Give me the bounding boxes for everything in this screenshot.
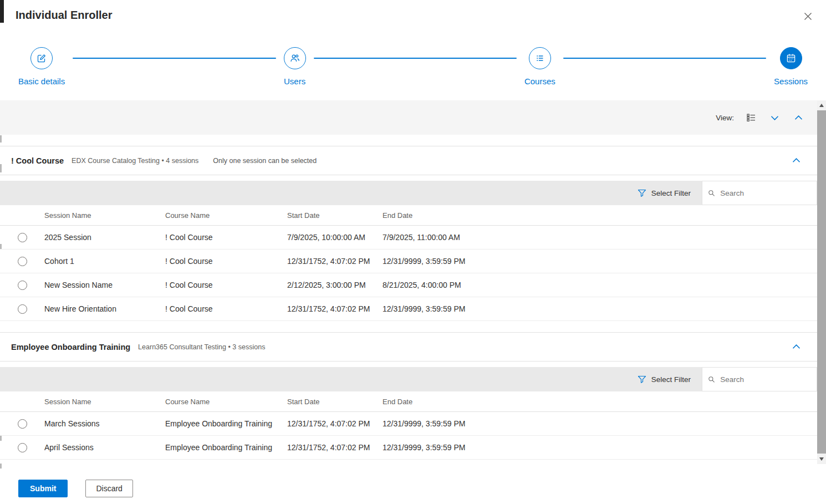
session-name-cell: March Sessions xyxy=(44,419,165,428)
submit-button[interactable]: Submit xyxy=(18,480,68,497)
calendar-icon xyxy=(786,53,797,64)
start-date-cell: 12/31/1752, 4:07:02 PM xyxy=(287,419,383,428)
search-box xyxy=(702,181,817,205)
users-icon xyxy=(289,53,300,64)
search-box xyxy=(702,367,817,391)
course-name-cell: ! Cool Course xyxy=(165,304,287,313)
session-name-cell: Cohort 1 xyxy=(44,257,165,266)
chevron-up-icon[interactable] xyxy=(792,111,805,124)
course-note: Only one session can be selected xyxy=(213,157,317,165)
search-input[interactable] xyxy=(720,375,811,384)
content-area: View: ! Cool Course EDX Cours xyxy=(0,100,826,464)
column-header-course-name: Course Name xyxy=(165,211,287,220)
table-row[interactable]: 2025 Session ! Cool Course 7/9/2025, 10:… xyxy=(0,226,817,250)
course-name-cell: ! Cool Course xyxy=(165,281,287,289)
vertical-scrollbar[interactable] xyxy=(817,100,826,464)
select-filter-label: Select Filter xyxy=(651,189,691,197)
end-date-cell: 12/31/9999, 3:59:59 PM xyxy=(383,419,817,428)
session-radio[interactable] xyxy=(18,443,27,452)
chevron-down-glyph xyxy=(769,113,780,123)
view-label: View: xyxy=(716,114,734,122)
step-circle xyxy=(529,47,551,69)
list-view-icon[interactable] xyxy=(745,111,757,124)
scrollbar-thumb[interactable] xyxy=(817,110,826,454)
table-row[interactable]: New Hire Orientation ! Cool Course 12/31… xyxy=(0,297,817,321)
triangle-down-icon xyxy=(819,457,824,461)
page-edge-artifact xyxy=(0,244,2,249)
search-icon xyxy=(708,375,715,384)
scrollbar-down-arrow[interactable] xyxy=(817,455,826,464)
step-sessions[interactable]: Sessions xyxy=(774,47,808,86)
triangle-up-icon xyxy=(819,104,824,107)
start-date-cell: 12/31/1752, 4:07:02 PM xyxy=(287,443,383,452)
column-header-start-date: Start Date xyxy=(287,398,383,406)
filter-funnel-icon xyxy=(638,189,646,197)
step-circle xyxy=(284,47,306,69)
course-title: ! Cool Course xyxy=(11,156,64,165)
step-circle xyxy=(780,47,802,69)
chevron-up-glyph xyxy=(793,113,804,123)
table-row[interactable]: April Sessions Employee Onboarding Train… xyxy=(0,436,817,460)
session-radio[interactable] xyxy=(18,281,27,290)
filter-bar: Select Filter xyxy=(0,367,817,391)
session-name-cell: 2025 Session xyxy=(44,233,165,242)
start-date-cell: 7/9/2025, 10:00:00 AM xyxy=(287,233,383,242)
end-date-cell: 7/9/2025, 11:00:00 AM xyxy=(383,233,817,242)
end-date-cell: 12/31/9999, 3:59:59 PM xyxy=(383,257,817,266)
page-edge-artifact xyxy=(0,135,2,142)
search-input[interactable] xyxy=(720,189,811,197)
end-date-cell: 8/21/2025, 4:00:00 PM xyxy=(383,281,817,289)
stepper-connector xyxy=(563,58,766,59)
step-label: Basic details xyxy=(18,77,65,86)
view-toolbar: View: xyxy=(0,100,817,135)
course-name-cell: ! Cool Course xyxy=(165,257,287,266)
step-basic-details[interactable]: Basic details xyxy=(18,47,65,86)
dialog-footer: Submit Discard xyxy=(0,472,826,504)
collapse-section-button[interactable] xyxy=(789,153,804,168)
session-radio[interactable] xyxy=(18,233,27,242)
course-title: Employee Onboarding Training xyxy=(11,343,130,352)
table-header: Session Name Course Name Start Date End … xyxy=(0,391,817,412)
collapse-section-button[interactable] xyxy=(789,339,804,354)
table-row[interactable]: New Session Name ! Cool Course 2/12/2025… xyxy=(0,273,817,297)
column-header-end-date: End Date xyxy=(383,398,817,406)
table-row[interactable]: Cohort 1 ! Cool Course 12/31/1752, 4:07:… xyxy=(0,250,817,273)
end-date-cell: 12/31/9999, 3:59:59 PM xyxy=(383,304,817,313)
step-label: Sessions xyxy=(774,77,808,86)
select-filter-button[interactable]: Select Filter xyxy=(638,189,691,197)
session-radio[interactable] xyxy=(18,304,27,314)
course-name-cell: Employee Onboarding Training xyxy=(165,419,287,428)
session-radio[interactable] xyxy=(18,257,27,266)
chevron-down-icon[interactable] xyxy=(768,111,781,124)
wizard-stepper: Basic details Users Courses xyxy=(18,47,808,86)
column-header-start-date: Start Date xyxy=(287,211,383,220)
column-header-session-name: Session Name xyxy=(44,211,165,220)
course-subtitle: Learn365 Consultant Testing • 3 sessions xyxy=(138,343,265,351)
start-date-cell: 12/31/1752, 4:07:02 PM xyxy=(287,257,383,266)
stepper-connector xyxy=(73,58,276,59)
page-edge-artifact xyxy=(0,164,2,172)
page-edge-artifact xyxy=(0,464,2,469)
step-label: Courses xyxy=(524,77,555,86)
session-name-cell: April Sessions xyxy=(44,443,165,452)
session-name-cell: New Session Name xyxy=(44,281,165,289)
dialog-header: Individual Enroller xyxy=(0,0,826,22)
session-radio[interactable] xyxy=(18,419,27,429)
chevron-up-icon xyxy=(791,342,802,352)
step-users[interactable]: Users xyxy=(284,47,306,86)
chevron-up-icon xyxy=(791,155,802,166)
column-header-session-name: Session Name xyxy=(44,398,165,406)
table-row[interactable]: March Sessions Employee Onboarding Train… xyxy=(0,412,817,436)
discard-button[interactable]: Discard xyxy=(85,480,132,497)
start-date-cell: 2/12/2025, 3:00:00 PM xyxy=(287,281,383,289)
scrollbar-up-arrow[interactable] xyxy=(817,101,826,110)
select-filter-label: Select Filter xyxy=(651,375,691,384)
course-section-header: ! Cool Course EDX Course Catalog Testing… xyxy=(0,146,817,175)
column-header-end-date: End Date xyxy=(383,211,817,220)
page-edge-artifact xyxy=(0,0,4,23)
start-date-cell: 12/31/1752, 4:07:02 PM xyxy=(287,304,383,313)
step-courses[interactable]: Courses xyxy=(524,47,555,86)
close-icon[interactable] xyxy=(802,10,814,22)
course-section: ! Cool Course EDX Course Catalog Testing… xyxy=(0,146,817,321)
select-filter-button[interactable]: Select Filter xyxy=(638,375,691,384)
